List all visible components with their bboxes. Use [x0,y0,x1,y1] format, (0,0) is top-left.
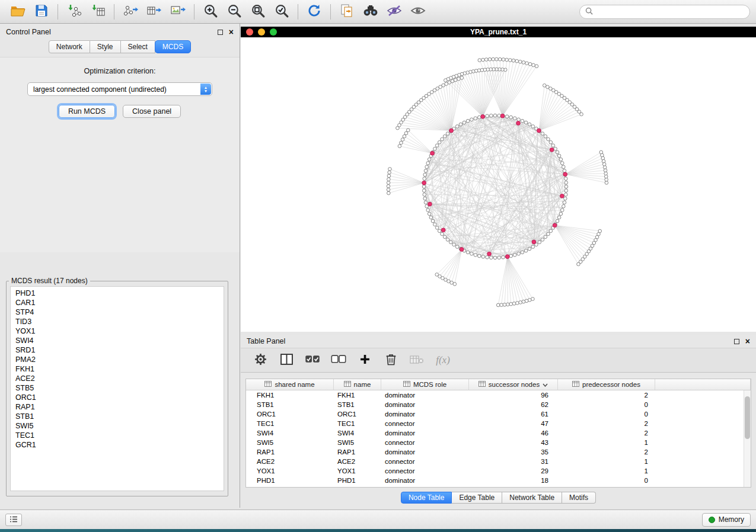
cell-successor-nodes[interactable]: 29 [469,466,558,476]
cell-mcds-role[interactable]: dominator [381,476,469,485]
cell-shared-name[interactable]: TEC1 [246,419,334,428]
close-table-panel-icon[interactable]: × [745,338,750,345]
cell-mcds-role[interactable]: connector [381,438,469,447]
table-row[interactable]: ORC1ORC1dominator610 [246,409,751,419]
clear-table-button[interactable] [407,351,427,370]
cell-predecessor-nodes[interactable]: 1 [558,457,655,466]
cell-predecessor-nodes[interactable]: 2 [558,419,655,428]
cell-shared-name[interactable]: FKH1 [246,390,334,400]
mcds-result-item[interactable]: CAR1 [11,298,224,307]
cell-name[interactable]: SWI4 [334,428,381,438]
cell-name[interactable]: FKH1 [334,390,381,400]
task-history-button[interactable] [5,514,22,526]
cell-name[interactable]: TEC1 [334,419,381,428]
table-row[interactable]: FKH1FKH1dominator962 [246,390,751,400]
add-column-button[interactable] [355,351,375,370]
cell-successor-nodes[interactable]: 96 [469,390,558,400]
clone-network-button[interactable] [335,2,359,21]
tab-node-table[interactable]: Node Table [401,492,452,504]
cell-shared-name[interactable]: ACE2 [246,457,334,466]
network-canvas[interactable] [241,37,756,332]
mcds-result-item[interactable]: TID3 [11,317,224,326]
tab-style[interactable]: Style [90,40,121,53]
network-graph-svg[interactable] [241,37,756,332]
run-mcds-button[interactable]: Run MCDS [59,105,115,118]
mcds-result-item[interactable]: PMA2 [11,355,224,364]
cell-mcds-role[interactable]: dominator [381,409,469,419]
cell-successor-nodes[interactable]: 61 [469,409,558,419]
mcds-result-list[interactable]: PHD1CAR1STP4TID3YOX1SWI4SRD1PMA2FKH1ACE2… [10,286,224,491]
mcds-result-item[interactable]: STB5 [11,383,224,393]
cell-mcds-role[interactable]: dominator [381,390,469,400]
cell-shared-name[interactable]: SWI4 [246,428,334,438]
criterion-dropdown[interactable]: largest connected component (undirected)… [27,82,212,96]
tab-mcds[interactable]: MCDS [155,40,191,53]
table-row[interactable]: RAP1RAP1dominator352 [246,447,751,457]
show-graphics-details-button[interactable] [406,2,430,21]
cell-predecessor-nodes[interactable]: 2 [558,390,655,400]
mcds-result-item[interactable]: STB1 [11,412,224,421]
mcds-result-item[interactable]: GCR1 [11,440,224,450]
column-header-predecessor-nodes[interactable]: predecessor nodes [558,379,655,390]
table-row[interactable]: YOX1YOX1connector291 [246,466,751,476]
cell-mcds-role[interactable]: connector [381,466,469,476]
export-network-button[interactable] [119,2,142,21]
table-scrollbar-thumb[interactable] [745,396,750,439]
cell-mcds-role[interactable]: dominator [381,400,469,409]
table-row[interactable]: SWI5SWI5connector431 [246,438,751,447]
refresh-button[interactable] [302,2,326,21]
minimize-window-icon[interactable] [258,28,265,36]
tab-motifs[interactable]: Motifs [562,492,596,504]
cell-predecessor-nodes[interactable]: 0 [558,476,655,485]
cell-shared-name[interactable]: YOX1 [246,466,334,476]
save-session-button[interactable] [30,2,53,21]
table-row[interactable]: PHD1PHD1dominator180 [246,476,751,485]
deselect-all-button[interactable] [328,351,349,370]
cell-name[interactable]: PHD1 [334,476,381,485]
cell-shared-name[interactable]: ORC1 [246,409,334,419]
memory-button[interactable]: Memory [702,513,751,527]
cell-name[interactable]: STB1 [334,400,381,409]
cell-predecessor-nodes[interactable]: 2 [558,428,655,438]
table-scrollbar[interactable] [744,390,751,487]
cell-shared-name[interactable]: PHD1 [246,476,334,485]
cell-shared-name[interactable]: SWI5 [246,438,334,447]
mcds-result-item[interactable]: SWI5 [11,421,224,431]
tab-network-table[interactable]: Network Table [502,492,562,504]
import-network-button[interactable] [62,2,86,21]
select-all-button[interactable] [302,351,323,370]
cell-successor-nodes[interactable]: 62 [469,400,558,409]
table-row[interactable]: SWI4SWI4dominator462 [246,428,751,438]
zoom-selected-button[interactable] [270,2,294,21]
cell-predecessor-nodes[interactable]: 2 [558,447,655,457]
close-panel-button[interactable]: Close panel [123,105,181,118]
cell-name[interactable]: SWI5 [334,438,381,447]
cell-successor-nodes[interactable]: 18 [469,476,558,485]
import-table-button[interactable] [86,2,110,21]
cell-successor-nodes[interactable]: 31 [469,457,558,466]
cell-name[interactable]: RAP1 [334,447,381,457]
tab-select[interactable]: Select [121,40,155,53]
column-header-successor-nodes[interactable]: successor nodes [469,379,558,390]
table-row[interactable]: TEC1TEC1connector472 [246,419,751,428]
mcds-result-item[interactable]: ACE2 [11,374,224,383]
mcds-result-item[interactable]: FKH1 [11,364,224,374]
float-panel-icon[interactable] [218,30,223,35]
cell-name[interactable]: ORC1 [334,409,381,419]
cell-mcds-role[interactable]: dominator [381,428,469,438]
mcds-result-item[interactable]: YOX1 [11,326,224,336]
mcds-result-item[interactable]: STP4 [11,307,224,317]
close-panel-icon[interactable]: × [229,28,234,36]
export-table-button[interactable] [142,2,166,21]
column-header-name[interactable]: name [334,379,381,390]
column-header-shared-name[interactable]: shared name [246,379,334,390]
zoom-in-button[interactable] [199,2,222,21]
table-settings-button[interactable] [250,351,270,370]
cell-predecessor-nodes[interactable]: 1 [558,466,655,476]
cell-successor-nodes[interactable]: 46 [469,428,558,438]
cell-name[interactable]: ACE2 [334,457,381,466]
cell-successor-nodes[interactable]: 35 [469,447,558,457]
table-row[interactable]: ACE2ACE2connector311 [246,457,751,466]
mcds-result-item[interactable]: ORC1 [11,393,224,402]
show-columns-button[interactable] [276,351,296,370]
